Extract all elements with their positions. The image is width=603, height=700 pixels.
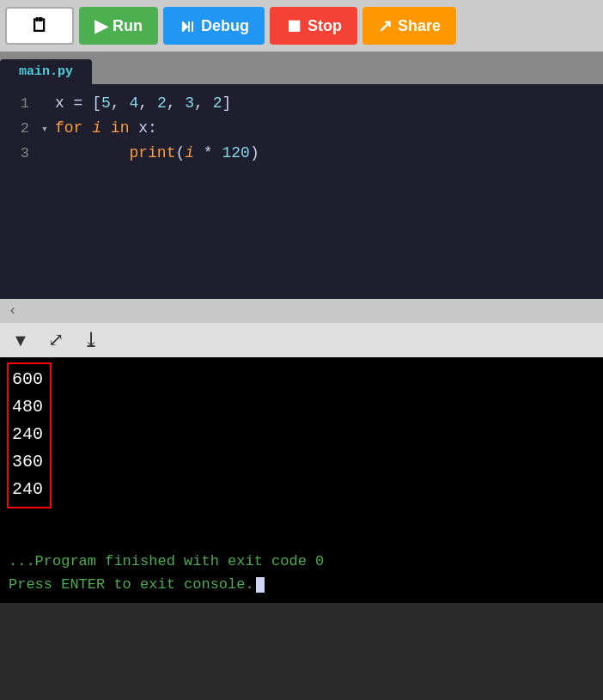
collapse-icon: ‹ [9, 303, 17, 319]
console-output: 600 480 240 360 240 [0, 357, 603, 546]
file-icon: 🗒 [30, 15, 49, 37]
stop-button[interactable]: ⏹ Stop [270, 7, 357, 45]
line-number-3: 3 [0, 142, 41, 165]
import-icon: ⤓ [82, 328, 100, 351]
tab-main-py[interactable]: main.py [0, 59, 92, 84]
tab-label: main.py [19, 64, 73, 79]
output-line-1: 600 [12, 366, 43, 393]
debug-button[interactable]: ⏯ Debug [163, 7, 265, 45]
share-button[interactable]: ↗ Share [362, 7, 456, 45]
expand-icon: ⤢ [48, 329, 64, 350]
splitter-bar[interactable]: ‹ [0, 299, 603, 323]
press-enter-text: Press ENTER to exit console. [9, 573, 594, 596]
line-arrow-1 [41, 96, 55, 114]
console-import-button[interactable]: ⤓ [79, 326, 103, 354]
press-enter-label: Press ENTER to exit console. [9, 576, 254, 593]
code-line-2: 2 ▾ for i in x: [0, 116, 603, 141]
share-icon: ↗ [378, 15, 393, 36]
code-editor[interactable]: 1 x = [5, 4, 2, 3, 2] 2 ▾ for i in x: 3 … [0, 84, 603, 299]
stop-label: Stop [308, 17, 342, 35]
console-down-button[interactable]: ▼ [9, 329, 33, 352]
down-icon: ▼ [12, 331, 29, 350]
toolbar: 🗒 ▶ Run ⏯ Debug ⏹ Stop ↗ Share [0, 0, 603, 52]
cursor-blink [256, 577, 265, 593]
debug-icon: ⏯ [179, 16, 196, 36]
output-box: 600 480 240 360 240 [7, 362, 52, 508]
tab-bar: main.py [0, 52, 603, 84]
debug-label: Debug [201, 17, 249, 35]
output-line-5: 240 [12, 476, 43, 503]
program-finished-text: ...Program finished with exit code 0 [9, 550, 594, 573]
code-text-2: for i in x: [55, 116, 157, 141]
code-line-1: 1 x = [5, 4, 2, 3, 2] [0, 91, 603, 116]
line-arrow-2: ▾ [41, 121, 55, 139]
line-arrow-3 [41, 146, 55, 164]
run-button[interactable]: ▶ Run [79, 7, 158, 45]
share-label: Share [398, 17, 441, 35]
console-expand-button[interactable]: ⤢ [45, 327, 67, 353]
output-line-4: 360 [12, 448, 43, 476]
stop-icon: ⏹ [285, 16, 302, 36]
console-status: ...Program finished with exit code 0 Pre… [0, 546, 603, 603]
line-number-1: 1 [0, 92, 41, 115]
code-text-3: print(i * 120) [55, 141, 259, 166]
line-number-2: 2 [0, 117, 41, 140]
output-line-3: 240 [12, 421, 43, 448]
output-line-2: 480 [12, 393, 43, 421]
console-toolbar: ▼ ⤢ ⤓ [0, 323, 603, 357]
run-icon: ▶ [94, 15, 107, 36]
file-button[interactable]: 🗒 [5, 7, 74, 45]
code-line-3: 3 print(i * 120) [0, 141, 603, 166]
code-text-1: x = [5, 4, 2, 3, 2] [55, 91, 231, 116]
run-label: Run [113, 17, 143, 35]
